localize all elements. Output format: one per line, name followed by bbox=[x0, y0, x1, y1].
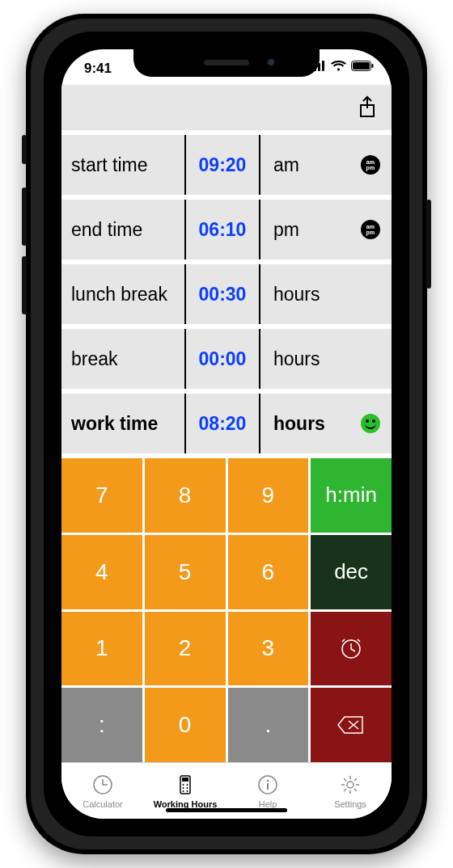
row-end-time[interactable]: end time 06:10 pm ampm bbox=[61, 195, 392, 259]
row-break[interactable]: break 00:00 hours bbox=[61, 324, 392, 389]
share-icon bbox=[358, 95, 377, 120]
key-clock[interactable] bbox=[311, 612, 392, 686]
svg-point-14 bbox=[183, 787, 184, 789]
row-time[interactable]: 00:00 bbox=[184, 329, 260, 389]
tab-calculator[interactable]: Calculator bbox=[61, 763, 144, 819]
svg-point-17 bbox=[187, 790, 188, 792]
row-label: work time bbox=[61, 394, 184, 453]
row-time[interactable]: 00:30 bbox=[184, 264, 260, 324]
svg-rect-11 bbox=[182, 777, 188, 782]
phone-speaker bbox=[204, 60, 249, 65]
wifi-icon bbox=[331, 61, 346, 71]
keypad: 7 8 9 h:min 4 5 6 dec 1 2 3 bbox=[61, 453, 392, 762]
phone-power-button bbox=[426, 200, 431, 289]
time-rows: start time 09:20 am ampm end time 06:10 … bbox=[61, 130, 392, 453]
svg-point-13 bbox=[187, 784, 188, 786]
key-4[interactable]: 4 bbox=[61, 535, 142, 609]
clock-icon bbox=[337, 634, 365, 662]
svg-point-19 bbox=[267, 779, 269, 782]
row-badge bbox=[349, 394, 392, 453]
row-badge[interactable]: ampm bbox=[349, 135, 392, 195]
phone-notch bbox=[133, 49, 320, 77]
row-unit: am bbox=[260, 135, 349, 195]
row-label: end time bbox=[61, 200, 184, 259]
home-indicator[interactable] bbox=[166, 808, 287, 812]
row-unit: hours bbox=[260, 394, 349, 453]
tab-label: Settings bbox=[334, 799, 366, 809]
status-time: 9:41 bbox=[84, 61, 112, 77]
key-1[interactable]: 1 bbox=[61, 612, 142, 686]
backspace-icon bbox=[337, 715, 366, 735]
svg-rect-5 bbox=[353, 62, 370, 70]
svg-point-12 bbox=[183, 784, 184, 786]
svg-point-21 bbox=[347, 782, 354, 788]
key-9[interactable]: 9 bbox=[228, 458, 309, 533]
screen: 9:41 bbox=[61, 49, 392, 819]
key-7[interactable]: 7 bbox=[61, 458, 142, 533]
row-work-time: work time 08:20 hours bbox=[61, 389, 392, 453]
phone-volume-down bbox=[22, 256, 27, 314]
row-start-time[interactable]: start time 09:20 am ampm bbox=[61, 130, 392, 195]
gear-icon bbox=[339, 773, 362, 796]
row-label: break bbox=[61, 329, 184, 389]
row-unit: hours bbox=[260, 329, 349, 389]
svg-rect-3 bbox=[322, 61, 324, 71]
phone-frame: 9:41 bbox=[26, 14, 427, 854]
key-dec[interactable]: dec bbox=[311, 535, 392, 609]
svg-point-16 bbox=[183, 790, 184, 792]
info-icon bbox=[256, 773, 279, 796]
row-badge[interactable]: ampm bbox=[349, 200, 392, 259]
row-badge bbox=[349, 264, 392, 324]
row-badge bbox=[349, 329, 392, 389]
header-bar bbox=[61, 85, 392, 130]
row-unit: pm bbox=[260, 200, 349, 259]
svg-rect-6 bbox=[372, 64, 374, 68]
ampm-icon: ampm bbox=[361, 220, 380, 239]
row-time[interactable]: 06:10 bbox=[184, 200, 260, 259]
clock-icon bbox=[91, 773, 114, 796]
calculator-icon bbox=[174, 773, 197, 796]
row-label: start time bbox=[61, 135, 184, 195]
battery-icon bbox=[351, 61, 374, 71]
phone-bezel: 9:41 bbox=[44, 32, 409, 836]
row-time[interactable]: 09:20 bbox=[184, 135, 260, 195]
key-5[interactable]: 5 bbox=[145, 535, 226, 609]
phone-mute-switch bbox=[22, 135, 27, 164]
status-icons bbox=[310, 61, 374, 71]
tab-label: Working Hours bbox=[154, 799, 218, 809]
phone-front-camera bbox=[266, 57, 276, 67]
tab-settings[interactable]: Settings bbox=[309, 763, 392, 819]
svg-rect-20 bbox=[267, 783, 269, 790]
key-3[interactable]: 3 bbox=[228, 612, 309, 686]
ampm-icon: ampm bbox=[361, 155, 380, 175]
share-button[interactable] bbox=[358, 95, 377, 120]
row-label: lunch break bbox=[61, 264, 184, 324]
phone-bezel-outer: 9:41 bbox=[31, 19, 422, 849]
key-backspace[interactable] bbox=[311, 688, 392, 762]
tab-label: Calculator bbox=[83, 799, 123, 809]
phone-volume-up bbox=[22, 188, 27, 246]
smiley-icon bbox=[361, 414, 380, 433]
key-colon[interactable]: : bbox=[61, 688, 142, 762]
row-unit: hours bbox=[260, 264, 349, 324]
row-time: 08:20 bbox=[184, 394, 260, 453]
key-hmin[interactable]: h:min bbox=[311, 458, 392, 533]
tab-label: Help bbox=[259, 799, 277, 809]
key-dot[interactable]: . bbox=[228, 688, 309, 762]
key-8[interactable]: 8 bbox=[145, 458, 226, 533]
key-6[interactable]: 6 bbox=[228, 535, 309, 609]
key-2[interactable]: 2 bbox=[145, 612, 226, 686]
row-lunch-break[interactable]: lunch break 00:30 hours bbox=[61, 259, 392, 324]
svg-point-15 bbox=[187, 787, 188, 789]
key-0[interactable]: 0 bbox=[145, 688, 226, 762]
